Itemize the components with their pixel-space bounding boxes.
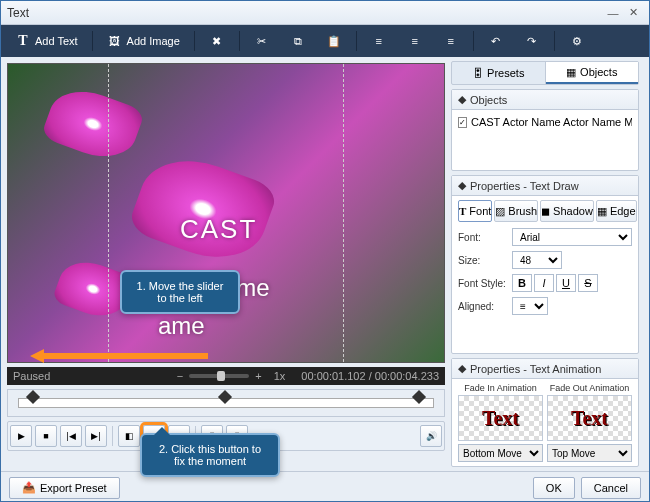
window-title: Text xyxy=(7,6,603,20)
object-checkbox[interactable]: ✓ xyxy=(458,117,467,128)
size-label: Size: xyxy=(458,255,508,266)
time-position: 00:00:01.102 xyxy=(301,370,365,382)
tab-objects[interactable]: ▦Objects xyxy=(546,62,639,84)
volume-button[interactable]: 🔊 xyxy=(420,425,442,447)
overlay-text-cast[interactable]: CAST xyxy=(180,214,257,245)
prop-tab-edge[interactable]: ▦Edge xyxy=(596,200,637,222)
zoom-minus[interactable]: − xyxy=(177,370,183,382)
delete-button[interactable]: ✖ xyxy=(201,30,233,52)
ok-button[interactable]: OK xyxy=(533,477,575,499)
underline-button[interactable]: U xyxy=(556,274,576,292)
image-icon: 🖼 xyxy=(107,33,123,49)
export-icon: 📤 xyxy=(22,481,36,494)
bold-button[interactable]: B xyxy=(512,274,532,292)
minimize-button[interactable]: — xyxy=(603,5,623,21)
fadein-select[interactable]: Bottom Move xyxy=(458,444,543,462)
add-image-button[interactable]: 🖼 Add Image xyxy=(99,30,188,52)
align-center-icon: ≡ xyxy=(407,33,423,49)
fadeout-select[interactable]: Top Move xyxy=(547,444,632,462)
preview-statusbar: Paused − + 1x 00:00:01.102 / 00:00:04.23… xyxy=(7,367,445,385)
export-preset-button[interactable]: 📤Export Preset xyxy=(9,477,120,499)
cancel-button[interactable]: Cancel xyxy=(581,477,641,499)
redo-button[interactable]: ↷ xyxy=(516,30,548,52)
align-right-icon: ≡ xyxy=(443,33,459,49)
time-total: 00:00:04.233 xyxy=(375,370,439,382)
gear-icon: ⚙ xyxy=(569,33,585,49)
settings-button[interactable]: ⚙ xyxy=(561,30,593,52)
timeline[interactable] xyxy=(7,389,445,417)
fadein-label: Fade In Animation xyxy=(458,383,543,393)
objects-panel: ◆Objects ✓ CAST Actor Name Actor Name MU… xyxy=(451,89,639,171)
copy-button[interactable]: ⧉ xyxy=(282,30,314,52)
text-draw-title: Properties - Text Draw xyxy=(470,180,579,192)
playback-status: Paused xyxy=(13,370,50,382)
paste-icon: 📋 xyxy=(326,33,342,49)
prev-frame-button[interactable]: |◀ xyxy=(60,425,82,447)
fadeout-preview: Text xyxy=(547,395,632,441)
align-left-icon: ≡ xyxy=(371,33,387,49)
add-text-label: Add Text xyxy=(35,35,78,47)
bottom-bar: 📤Export Preset OK Cancel xyxy=(1,471,649,502)
cut-button[interactable]: ✂ xyxy=(246,30,278,52)
video-preview[interactable]: CAST Actor Name ame xyxy=(7,63,445,363)
zoom-slider[interactable] xyxy=(189,374,249,378)
align-right-button[interactable]: ≡ xyxy=(435,30,467,52)
font-select[interactable]: Arial xyxy=(512,228,632,246)
close-button[interactable]: ✕ xyxy=(623,5,643,21)
tutorial-callout-1: 1. Move the slider to the left xyxy=(120,270,240,314)
brush-icon: ▨ xyxy=(495,205,505,218)
mark-in-button[interactable]: ◧ xyxy=(118,425,140,447)
text-draw-panel: ◆Properties - Text Draw TFont ▨Brush ◼Sh… xyxy=(451,175,639,354)
align-select[interactable]: ≡ xyxy=(512,297,548,315)
object-item[interactable]: ✓ CAST Actor Name Actor Name MUSIC Music… xyxy=(458,114,632,130)
fadein-preview: Text xyxy=(458,395,543,441)
right-tabs: 🎛Presets ▦Objects xyxy=(451,61,639,85)
text-anim-panel: ◆Properties - Text Animation Fade In Ani… xyxy=(451,358,639,467)
toggle-icon[interactable]: ◆ xyxy=(458,179,466,192)
fadeout-label: Fade Out Animation xyxy=(547,383,632,393)
align-label: Aligned: xyxy=(458,301,508,312)
tab-presets[interactable]: 🎛Presets xyxy=(452,62,546,84)
object-label: CAST Actor Name Actor Name MUSIC Music b… xyxy=(471,116,632,128)
prop-tab-brush[interactable]: ▨Brush xyxy=(494,200,538,222)
play-button[interactable]: ▶ xyxy=(10,425,32,447)
next-frame-button[interactable]: ▶| xyxy=(85,425,107,447)
copy-icon: ⧉ xyxy=(290,33,306,49)
paste-button[interactable]: 📋 xyxy=(318,30,350,52)
zoom-plus[interactable]: + xyxy=(255,370,261,382)
font-label: Font: xyxy=(458,232,508,243)
align-center-button[interactable]: ≡ xyxy=(399,30,431,52)
titlebar: Text — ✕ xyxy=(1,1,649,25)
shadow-icon: ◼ xyxy=(541,205,550,218)
italic-button[interactable]: I xyxy=(534,274,554,292)
toggle-icon[interactable]: ◆ xyxy=(458,93,466,106)
style-label: Font Style: xyxy=(458,278,508,289)
prop-tab-font[interactable]: TFont xyxy=(458,200,492,222)
objects-panel-title: Objects xyxy=(470,94,507,106)
scissors-icon: ✂ xyxy=(254,33,270,49)
svg-marker-0 xyxy=(30,349,208,363)
overlay-text-actor2[interactable]: ame xyxy=(158,312,205,340)
add-text-button[interactable]: T Add Text xyxy=(7,30,86,52)
undo-icon: ↶ xyxy=(488,33,504,49)
tutorial-arrow xyxy=(30,347,210,365)
size-select[interactable]: 48 xyxy=(512,251,562,269)
align-left-button[interactable]: ≡ xyxy=(363,30,395,52)
strike-button[interactable]: S xyxy=(578,274,598,292)
text-icon: T xyxy=(15,33,31,49)
add-image-label: Add Image xyxy=(127,35,180,47)
undo-button[interactable]: ↶ xyxy=(480,30,512,52)
objects-icon: ▦ xyxy=(566,66,576,79)
text-anim-title: Properties - Text Animation xyxy=(470,363,601,375)
toggle-icon[interactable]: ◆ xyxy=(458,362,466,375)
zoom-level: 1x xyxy=(274,370,286,382)
delete-icon: ✖ xyxy=(209,33,225,49)
stop-button[interactable]: ■ xyxy=(35,425,57,447)
edge-icon: ▦ xyxy=(597,205,607,218)
tutorial-callout-2: 2. Click this button to fix the moment xyxy=(140,433,280,477)
prop-tab-shadow[interactable]: ◼Shadow xyxy=(540,200,594,222)
redo-icon: ↷ xyxy=(524,33,540,49)
presets-icon: 🎛 xyxy=(472,67,483,79)
main-toolbar: T Add Text 🖼 Add Image ✖ ✂ ⧉ 📋 ≡ ≡ ≡ ↶ ↷… xyxy=(1,25,649,57)
